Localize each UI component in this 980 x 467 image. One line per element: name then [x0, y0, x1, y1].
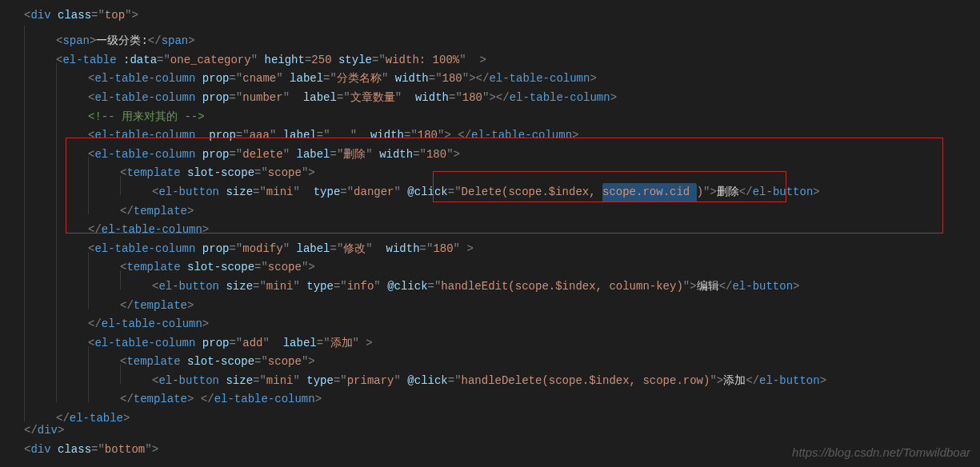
code-editor[interactable]: <div class="top"> <span>一级分类:</span> <el…: [0, 0, 980, 459]
code-line[interactable]: </div>: [0, 421, 980, 441]
code-line[interactable]: <span>一级分类:</span>: [0, 26, 980, 45]
selected-text: scope.row.cid: [602, 183, 697, 202]
watermark-text: https://blog.csdn.net/Tomwildboar: [792, 442, 970, 463]
code-line[interactable]: <div class="top">: [0, 6, 980, 26]
